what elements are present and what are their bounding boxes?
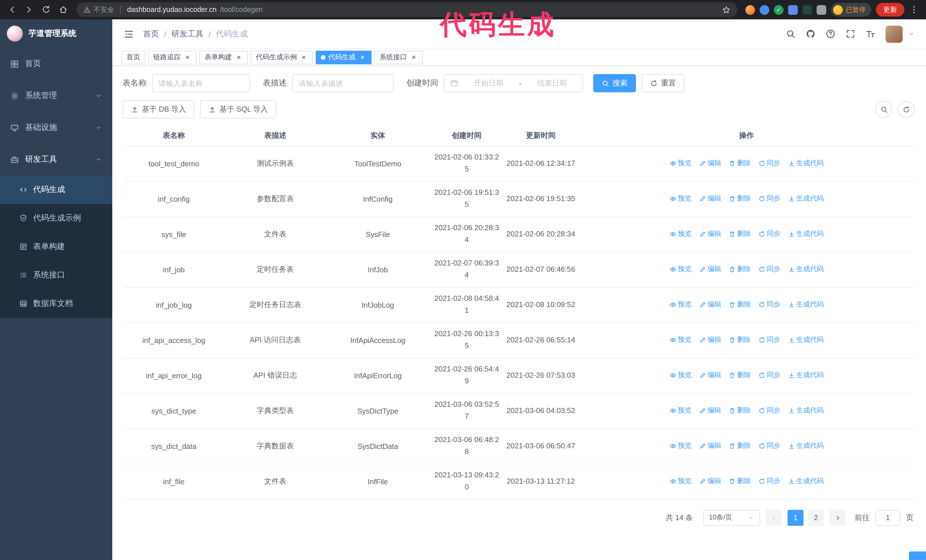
action-preview[interactable]: 预览 xyxy=(669,265,691,274)
help-icon[interactable] xyxy=(826,29,835,39)
action-preview[interactable]: 预览 xyxy=(669,371,691,380)
action-delete[interactable]: 删除 xyxy=(729,229,751,239)
action-delete[interactable]: 删除 xyxy=(729,300,751,309)
action-preview[interactable]: 预览 xyxy=(669,477,691,486)
back-button[interactable] xyxy=(5,2,20,17)
reload-button[interactable] xyxy=(39,2,54,17)
action-preview[interactable]: 预览 xyxy=(669,441,691,451)
search-icon[interactable] xyxy=(786,29,796,39)
close-tab-icon[interactable]: × xyxy=(410,53,418,61)
browser-menu-button[interactable] xyxy=(906,2,921,17)
extension-icon[interactable]: ✓ xyxy=(773,5,783,15)
action-delete[interactable]: 删除 xyxy=(729,158,751,168)
goto-page-input[interactable] xyxy=(875,510,900,525)
action-edit[interactable]: 编辑 xyxy=(699,441,721,451)
user-avatar[interactable] xyxy=(885,25,903,42)
breadcrumb-item-devtools[interactable]: 研发工具 xyxy=(171,29,203,39)
action-edit[interactable]: 编辑 xyxy=(699,194,721,204)
table-name-input[interactable] xyxy=(152,74,250,92)
sidebar-subitem-db-doc[interactable]: 数据库文档 xyxy=(0,290,112,318)
action-edit[interactable]: 编辑 xyxy=(699,229,721,239)
action-delete[interactable]: 删除 xyxy=(729,265,751,274)
action-sync[interactable]: 同步 xyxy=(758,300,781,309)
sidebar-item-home[interactable]: 首页 xyxy=(0,48,112,80)
profile-chip[interactable]: 已暂停 xyxy=(831,3,871,17)
extension-icon[interactable] xyxy=(788,5,797,15)
next-page-button[interactable] xyxy=(830,510,846,525)
address-bar[interactable]: 不安全 dashboard.yudao.iocoder.cn/tool/code… xyxy=(76,2,737,17)
action-preview[interactable]: 预览 xyxy=(669,229,691,239)
action-preview[interactable]: 预览 xyxy=(669,406,691,415)
action-sync[interactable]: 同步 xyxy=(758,441,781,451)
extension-icon[interactable] xyxy=(759,5,769,15)
action-edit[interactable]: 编辑 xyxy=(699,335,721,345)
sidebar-subitem-codegen[interactable]: 代码生成 xyxy=(0,175,112,204)
action-generate[interactable]: 生成代码 xyxy=(788,441,824,451)
import-db-button[interactable]: 基于 DB 导入 xyxy=(123,100,195,118)
security-chip[interactable]: 不安全 xyxy=(83,5,114,15)
action-generate[interactable]: 生成代码 xyxy=(788,371,824,380)
action-generate[interactable]: 生成代码 xyxy=(788,477,824,486)
action-preview[interactable]: 预览 xyxy=(669,335,691,345)
fullscreen-icon[interactable] xyxy=(846,29,855,39)
extension-icon[interactable] xyxy=(745,5,755,15)
close-tab-icon[interactable]: × xyxy=(235,53,243,61)
sidebar-subitem-codegen-example[interactable]: 代码生成示例 xyxy=(0,204,112,232)
reset-button[interactable]: 重置 xyxy=(642,74,684,92)
action-sync[interactable]: 同步 xyxy=(758,371,781,380)
action-sync[interactable]: 同步 xyxy=(758,477,781,486)
bookmark-star-icon[interactable] xyxy=(722,5,730,14)
action-delete[interactable]: 删除 xyxy=(729,477,751,486)
page-size-select[interactable]: 10条/页 xyxy=(703,510,760,525)
app-logo[interactable]: 芋道管理系统 xyxy=(0,20,112,48)
tab-api-doc[interactable]: 系统接口× xyxy=(374,50,423,64)
action-sync[interactable]: 同步 xyxy=(758,229,781,239)
sidebar-subitem-api-doc[interactable]: 系统接口 xyxy=(0,261,112,290)
home-button[interactable] xyxy=(56,2,71,17)
action-generate[interactable]: 生成代码 xyxy=(788,229,824,239)
date-range-picker[interactable]: 开始日期 - 结束日期 xyxy=(444,74,583,92)
search-button[interactable]: 搜索 xyxy=(593,74,636,92)
action-generate[interactable]: 生成代码 xyxy=(788,300,824,309)
action-sync[interactable]: 同步 xyxy=(758,158,781,168)
table-desc-input[interactable] xyxy=(292,74,394,92)
extension-icon[interactable] xyxy=(802,5,812,15)
sidebar-toggle-icon[interactable] xyxy=(124,29,134,39)
sidebar-item-devtools[interactable]: 研发工具 xyxy=(0,143,112,175)
action-preview[interactable]: 预览 xyxy=(669,300,691,309)
action-edit[interactable]: 编辑 xyxy=(699,300,721,309)
page-button-2[interactable]: 2 xyxy=(808,510,824,525)
action-edit[interactable]: 编辑 xyxy=(699,406,721,415)
font-size-icon[interactable] xyxy=(865,29,875,39)
toggle-search-button[interactable] xyxy=(875,101,893,118)
action-preview[interactable]: 预览 xyxy=(669,194,691,204)
action-edit[interactable]: 编辑 xyxy=(699,265,721,274)
action-sync[interactable]: 同步 xyxy=(758,406,781,415)
tab-form-builder[interactable]: 表单构建× xyxy=(200,50,248,64)
action-delete[interactable]: 删除 xyxy=(729,406,751,415)
sidebar-item-system[interactable]: 系统管理 xyxy=(0,80,112,112)
close-tab-icon[interactable]: × xyxy=(300,53,308,61)
action-generate[interactable]: 生成代码 xyxy=(788,194,824,204)
tab-codegen-example[interactable]: 代码生成示例× xyxy=(251,50,313,64)
action-edit[interactable]: 编辑 xyxy=(699,477,721,486)
page-button-1[interactable]: 1 xyxy=(788,510,803,525)
tab-codegen[interactable]: 代码生成× xyxy=(316,50,372,64)
close-tab-icon[interactable]: × xyxy=(183,53,191,61)
action-generate[interactable]: 生成代码 xyxy=(788,158,824,168)
breadcrumb-item-home[interactable]: 首页 xyxy=(143,29,159,39)
action-sync[interactable]: 同步 xyxy=(758,335,781,345)
action-edit[interactable]: 编辑 xyxy=(699,371,721,380)
sidebar-item-infra[interactable]: 基础设施 xyxy=(0,112,112,143)
github-icon[interactable] xyxy=(806,29,816,39)
update-button[interactable]: 更新 xyxy=(876,3,904,17)
action-delete[interactable]: 删除 xyxy=(729,371,751,380)
action-generate[interactable]: 生成代码 xyxy=(788,265,824,274)
prev-page-button[interactable] xyxy=(766,510,782,525)
tab-home[interactable]: 首页 xyxy=(121,50,145,64)
import-sql-button[interactable]: 基于 SQL 导入 xyxy=(200,100,277,118)
action-delete[interactable]: 删除 xyxy=(729,335,751,345)
close-tab-icon[interactable]: × xyxy=(359,53,366,61)
refresh-table-button[interactable] xyxy=(897,101,915,118)
forward-button[interactable] xyxy=(22,2,36,17)
